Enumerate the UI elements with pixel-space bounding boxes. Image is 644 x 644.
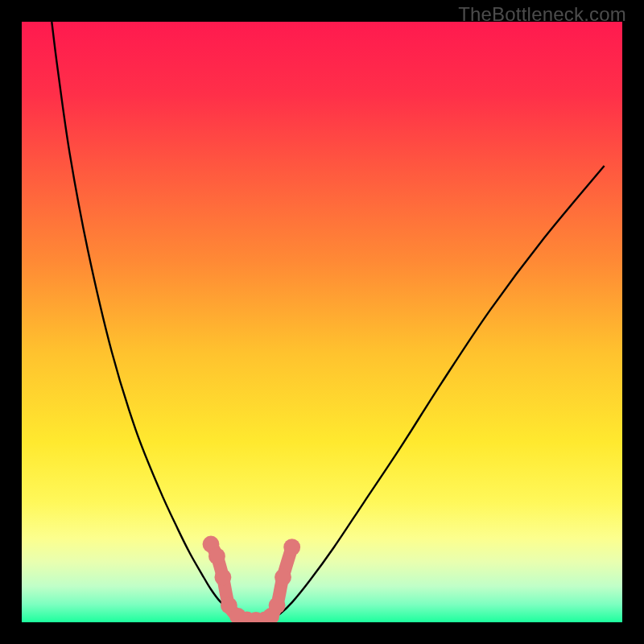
valley-bead [269,597,286,614]
chart-container: { "watermark": "TheBottleneck.com", "cha… [0,0,644,644]
watermark-text: TheBottleneck.com [458,3,626,26]
valley-bead [214,569,231,586]
valley-bead [283,539,300,555]
bottleneck-chart [0,0,644,644]
valley-bead [275,569,291,586]
plot-background [22,22,622,622]
valley-bead [208,547,225,564]
